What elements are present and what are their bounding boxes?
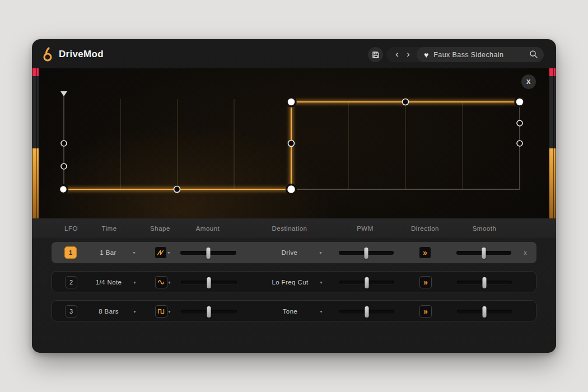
chevron-down-icon[interactable]: ▼ [133,301,137,322]
slider-thumb[interactable] [365,277,369,288]
drivemod-logo-icon [40,46,57,63]
slider-thumb[interactable] [365,306,369,318]
slider-thumb[interactable] [207,248,211,259]
lfo-index-badge[interactable]: 1 [64,246,77,259]
column-header-amount: Amount [196,225,220,232]
column-header-pwm: PWM [357,225,374,232]
destination-dropdown[interactable]: Lo Freq Cut [262,272,318,293]
direction-forward-icon[interactable]: » [419,305,432,318]
slider-thumb[interactable] [207,306,211,318]
lfo-panel: LFO Time Shape Amount Destination PWM Di… [32,218,556,353]
right-meter-level [549,148,556,228]
next-preset-button[interactable]: › [402,47,414,62]
shape-selector[interactable] [155,246,167,259]
lfo-envelope-editor[interactable]: X [39,68,549,218]
pwm-slider[interactable] [339,310,394,314]
time-dropdown[interactable]: 1/4 Note [86,272,131,293]
chevron-down-icon[interactable]: ▼ [133,272,137,293]
pwm-slider[interactable] [339,281,394,284]
close-editor-button[interactable]: X [521,74,536,89]
destination-dropdown[interactable]: Tone [262,301,318,322]
direction-forward-icon[interactable]: » [419,276,432,288]
slider-thumb[interactable] [483,306,487,318]
lfo-row-1[interactable]: 1 1 Bar ▼ ▼ Drive ▼ » x [52,242,536,263]
chevron-down-icon[interactable]: ▼ [167,242,171,263]
column-header-shape: Shape [150,225,170,232]
destination-dropdown[interactable]: Drive [262,242,318,263]
slider-thumb[interactable] [207,277,211,288]
column-header-direction: Direction [411,225,439,232]
chevron-down-icon[interactable]: ▼ [132,242,136,263]
app-title: DriveMod [59,49,104,60]
shape-selector[interactable] [155,276,167,288]
amount-slider[interactable] [181,281,237,284]
plugin-window: DriveMod ‹ › ♥ Faux Bass Sidechain [32,39,556,353]
square-wave-icon [156,306,166,316]
right-meter-rail [549,68,556,228]
column-header-smooth: Smooth [473,225,497,232]
smooth-slider[interactable] [457,310,512,314]
sine-wave-icon [156,277,166,287]
left-meter-rail [32,68,39,228]
smooth-slider[interactable] [456,251,511,255]
right-clip-indicator [549,68,556,76]
left-meter-level [32,148,39,228]
column-header-time: Time [101,225,116,232]
search-icon[interactable] [529,50,538,59]
slider-thumb[interactable] [365,248,368,259]
chevron-down-icon[interactable]: ▼ [319,272,323,293]
left-clip-indicator [32,68,39,76]
preset-nav-bar: ‹ › ♥ Faux Bass Sidechain [386,47,544,62]
time-dropdown[interactable]: 1 Bar [86,242,130,263]
chevron-down-icon[interactable]: ▼ [319,301,323,322]
preset-selector[interactable]: ♥ Faux Bass Sidechain [417,47,544,62]
lfo-row-3[interactable]: 3 8 Bars ▼ ▼ Tone ▼ » [52,300,536,321]
slider-thumb[interactable] [482,248,486,259]
pwm-slider[interactable] [339,251,394,255]
envelope-canvas [39,68,549,218]
floppy-disk-icon [372,51,380,59]
favorite-heart-icon[interactable]: ♥ [424,51,428,59]
column-header-destination: Destination [272,225,307,232]
lfo-row-2[interactable]: 2 1/4 Note ▼ ▼ Lo Freq Cut ▼ » [52,271,536,292]
time-dropdown[interactable]: 8 Bars [86,301,131,322]
smooth-slider[interactable] [457,281,512,284]
playhead-marker[interactable] [60,91,67,96]
slider-thumb[interactable] [483,277,487,288]
top-bar: DriveMod ‹ › ♥ Faux Bass Sidechain [32,39,556,70]
preset-name: Faux Bass Sidechain [433,51,503,59]
save-button[interactable] [368,47,383,62]
lfo-index-badge[interactable]: 2 [65,276,77,288]
amount-slider[interactable] [180,251,236,255]
saw-wave-icon [156,248,166,258]
column-header-lfo: LFO [64,225,78,232]
chevron-down-icon[interactable]: ▼ [319,242,323,263]
remove-lfo-button[interactable]: x [520,242,531,263]
chevron-down-icon[interactable]: ▼ [167,301,171,322]
amount-slider[interactable] [181,310,237,314]
direction-forward-icon[interactable]: » [419,246,431,259]
previous-preset-button[interactable]: ‹ [391,47,403,62]
lfo-index-badge[interactable]: 3 [65,305,77,318]
chevron-down-icon[interactable]: ▼ [167,272,171,293]
shape-selector[interactable] [155,305,167,318]
